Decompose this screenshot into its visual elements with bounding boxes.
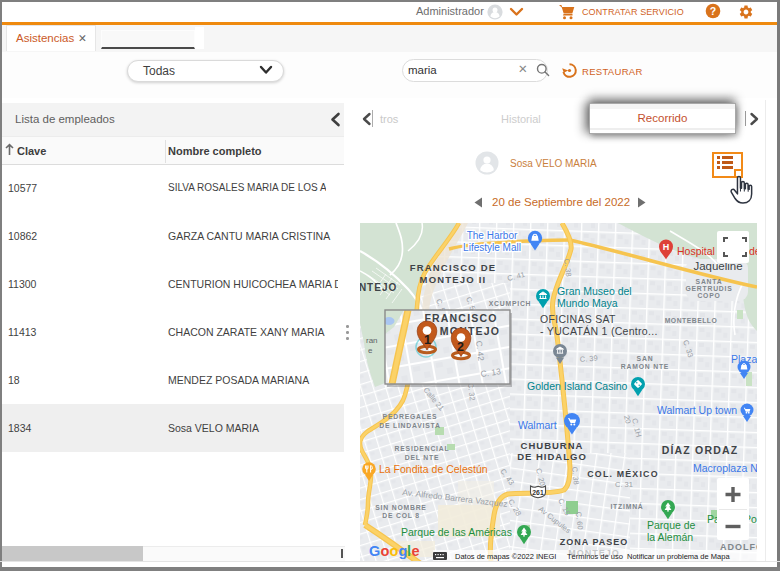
- svg-text:FRANCISCO: FRANCISCO: [424, 312, 497, 324]
- svg-text:SIN NOMBRE: SIN NOMBRE: [375, 504, 426, 511]
- svg-text:La Fondita de Celestún: La Fondita de Celestún: [379, 463, 488, 475]
- svg-text:Macroplaza N: Macroplaza N: [693, 462, 757, 474]
- svg-text:ran: ran: [366, 336, 378, 345]
- svg-text:DE HIDALGO: DE HIDALGO: [517, 451, 587, 462]
- svg-text:e: e: [368, 346, 373, 355]
- svg-text:C. 39: C. 39: [579, 353, 598, 364]
- svg-text:Términos de uso: Términos de uso: [567, 552, 623, 561]
- svg-text:SANTA: SANTA: [696, 278, 723, 285]
- svg-text:PEDREGALES: PEDREGALES: [383, 413, 438, 420]
- svg-text:C. 38: C. 38: [570, 466, 581, 485]
- svg-text:o: o: [381, 543, 390, 559]
- svg-text:RESIDENCIAL: RESIDENCIAL: [395, 445, 450, 452]
- svg-text:MONTEJO: MONTEJO: [360, 282, 397, 293]
- svg-text:C. 60: C. 60: [574, 511, 585, 530]
- svg-text:FRANCISCO DE: FRANCISCO DE: [410, 262, 497, 273]
- svg-text:Parque de las Américas: Parque de las Américas: [401, 526, 512, 538]
- svg-text:Notificar un problema de Mapa: Notificar un problema de Mapa: [627, 552, 730, 561]
- svg-text:ITZIMNÁ: ITZIMNÁ: [610, 502, 643, 510]
- svg-text:OFICINAS SAT: OFICINAS SAT: [540, 313, 616, 325]
- svg-text:DE COL 8: DE COL 8: [382, 512, 420, 519]
- svg-text:G: G: [369, 543, 380, 559]
- svg-text:Datos de mapas ©2022 INEGI: Datos de mapas ©2022 INEGI: [455, 552, 556, 561]
- svg-text:RAMON NTE: RAMON NTE: [621, 363, 669, 370]
- svg-text:C. 31: C. 31: [615, 480, 633, 489]
- svg-text:The Harbor: The Harbor: [467, 230, 518, 241]
- svg-text:Golden Island Casino: Golden Island Casino: [527, 380, 628, 392]
- svg-text:Mundo Maya: Mundo Maya: [557, 297, 618, 309]
- svg-text:Lifestyle Mall: Lifestyle Mall: [463, 242, 521, 253]
- svg-text:Walmart: Walmart: [518, 419, 557, 431]
- svg-text:GERTRUDIS: GERTRUDIS: [685, 285, 732, 292]
- svg-text:o: o: [390, 543, 399, 559]
- svg-text:Hospital: Hospital: [677, 245, 715, 257]
- svg-text:MONTEBELLO: MONTEBELLO: [665, 317, 718, 324]
- svg-text:de: de: [749, 245, 757, 257]
- svg-text:261: 261: [532, 489, 544, 496]
- svg-text:DÍAZ ORDAZ: DÍAZ ORDAZ: [662, 444, 739, 456]
- svg-text:XCUMPICH: XCUMPICH: [489, 300, 532, 307]
- svg-text:MONTEJO II: MONTEJO II: [420, 274, 487, 285]
- svg-text:SAN: SAN: [637, 355, 654, 362]
- svg-text:1: 1: [424, 333, 431, 347]
- svg-text:COPO: COPO: [697, 292, 720, 299]
- svg-text:Walmart Up town: Walmart Up town: [657, 404, 737, 416]
- svg-text:l: l: [407, 543, 411, 559]
- svg-text:2: 2: [457, 340, 464, 354]
- svg-text:C. 42: C. 42: [474, 340, 486, 362]
- svg-text:?: ?: [710, 5, 716, 17]
- svg-text:e: e: [412, 543, 420, 559]
- svg-text:la Alemán: la Alemán: [647, 531, 693, 543]
- svg-text:DE LINDAVISTA: DE LINDAVISTA: [379, 422, 441, 429]
- svg-text:ZONA PASEO: ZONA PASEO: [560, 537, 629, 547]
- svg-text:CHUBURNA: CHUBURNA: [521, 440, 584, 451]
- svg-text:H: H: [663, 242, 670, 252]
- svg-text:Gran Museo del: Gran Museo del: [557, 285, 632, 297]
- svg-text:DEL NTE: DEL NTE: [405, 454, 440, 461]
- svg-text:COL. MÉXICO: COL. MÉXICO: [587, 469, 658, 479]
- svg-text:- YUCATÁN 1 (Centro...: - YUCATÁN 1 (Centro...: [540, 325, 658, 337]
- svg-text:Parque de: Parque de: [647, 519, 696, 531]
